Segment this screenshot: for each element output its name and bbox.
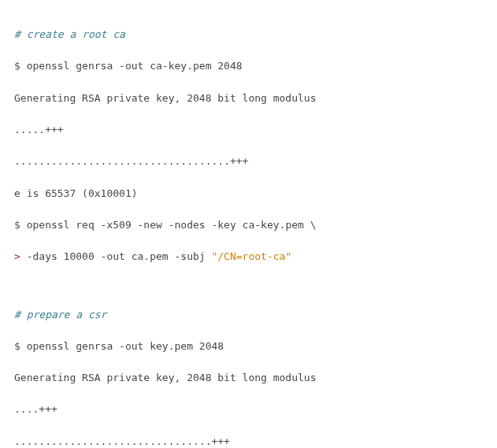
cmd-genrsa-key: openssl genrsa -out key.pem 2048 [27, 340, 224, 352]
prompt: $ [14, 60, 27, 72]
output-line: ................................+++ [14, 434, 483, 448]
output-line: e is 65537 (0x10001) [14, 186, 483, 202]
prompt: $ [14, 219, 27, 231]
output-line: Generating RSA private key, 2048 bit lon… [14, 370, 483, 386]
output-line: Generating RSA private key, 2048 bit lon… [14, 91, 483, 106]
output-line: ....+++ [14, 402, 483, 417]
cmd-req-ca-cont: -days 10000 -out ca.pem -subj [27, 250, 212, 262]
cmd-genrsa-ca: openssl genrsa -out ca-key.pem 2048 [27, 60, 243, 72]
output-line: ...................................+++ [14, 154, 483, 169]
comment-root-ca: # create a root ca [14, 28, 125, 40]
continuation-marker: > [14, 250, 27, 262]
comment-csr: # prepare a csr [14, 309, 106, 320]
string-literal: "/CN=root-ca" [211, 250, 291, 262]
output-line: .....+++ [14, 122, 483, 138]
cmd-req-ca: openssl req -x509 -new -nodes -key ca-ke… [27, 219, 317, 231]
prompt: $ [14, 340, 27, 352]
code-block: # create a root ca $ openssl genrsa -out… [14, 11, 483, 448]
